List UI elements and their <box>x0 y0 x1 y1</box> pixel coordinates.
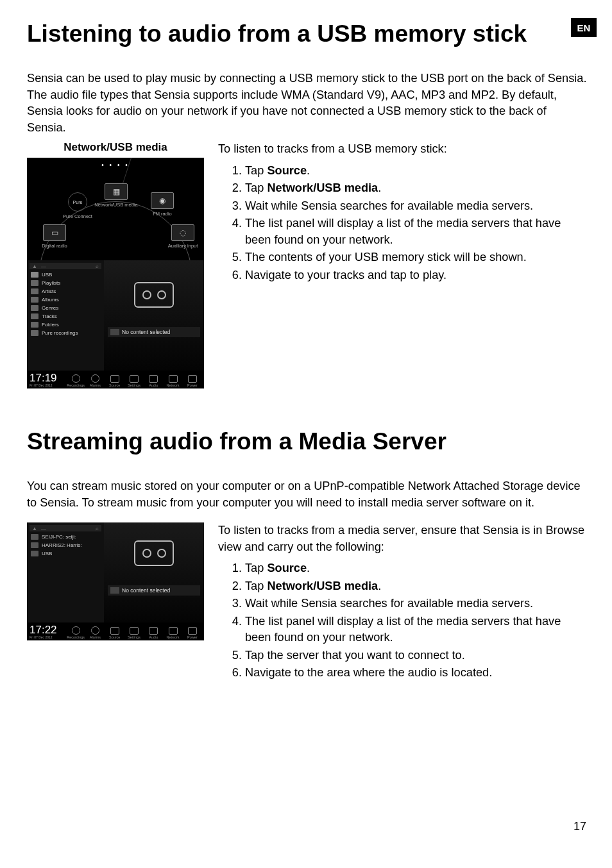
sb-audio: Audio <box>144 627 162 639</box>
sb-settings: Settings <box>125 375 143 387</box>
sb-recordings: Recordings <box>67 626 85 639</box>
source-digital-radio: ▭ Digital radio <box>32 224 77 249</box>
sb-source: Source <box>106 627 124 639</box>
sb-network: Network <box>164 375 182 387</box>
list-item: Folders <box>30 321 101 329</box>
status-bar: 17:19 Fri 07 Dec 2012 Recordings Alarms … <box>27 371 204 388</box>
intro-usb: Sensia can be used to play music by conn… <box>27 71 588 136</box>
list-item: HARRIS2: Harris: <box>30 541 101 549</box>
section-media-server: Streaming audio from a Media Server You … <box>27 427 588 683</box>
intro-media-server: You can stream music stored on your comp… <box>27 478 588 511</box>
sb-audio: Audio <box>144 375 162 387</box>
date: Fri 07 Dec 2012 <box>30 383 53 387</box>
status-bar: 17:22 Fri 07 Dec 2012 Recordings Alarms … <box>27 622 204 640</box>
list-item: Pure recordings <box>30 329 101 337</box>
list-item: SEIJI-PC: seiji: <box>30 533 101 541</box>
step: Tap Source. <box>245 163 588 179</box>
lead-media-server: To listen to tracks from a media server,… <box>218 522 588 555</box>
clock: 17:22 <box>30 624 63 635</box>
list-item: Artists <box>30 287 101 296</box>
cassette-icon <box>134 282 174 308</box>
source-aux-input: ◌ Auxiliary input <box>160 224 204 249</box>
step: The list panel will display a list of th… <box>245 613 588 646</box>
step: Tap Source. <box>245 560 588 576</box>
list-item: Albums <box>30 296 101 304</box>
sb-settings: Settings <box>125 627 143 639</box>
step: Tap Network/USB media. <box>245 578 588 594</box>
source-network-usb: ▦ Network/USB media <box>94 183 139 208</box>
cassette-icon <box>134 540 174 566</box>
list-item: Playlists <box>30 279 101 287</box>
step: Navigate to your tracks and tap to play. <box>245 267 588 283</box>
step: Navigate to the area where the audio is … <box>245 665 588 681</box>
source-radial-menu: • • • • Pure Pure Connect ▦ Network/USB … <box>27 158 204 260</box>
dots-icon: • • • • <box>101 162 129 169</box>
heading-media-server: Streaming audio from a Media Server <box>27 427 540 456</box>
list-item: USB <box>30 549 101 558</box>
sb-recordings: Recordings <box>67 374 85 387</box>
step: The contents of your USB memory stick wi… <box>245 249 588 265</box>
step: Wait while Sensia searches for available… <box>245 596 588 612</box>
heading-usb: Listening to audio from a USB memory sti… <box>27 19 540 49</box>
sb-alarms: Alarms <box>86 374 104 387</box>
list-item: Tracks <box>30 312 101 321</box>
steps-usb: Tap Source. Tap Network/USB media. Wait … <box>218 163 588 283</box>
language-badge: EN <box>571 18 597 37</box>
sb-power: Power <box>183 375 201 387</box>
clock: 17:19 <box>30 372 63 383</box>
page-number: 17 <box>574 820 586 833</box>
section-usb-audio: Listening to audio from a USB memory sti… <box>27 19 588 388</box>
no-content-banner: No content selected <box>108 327 200 337</box>
source-fm-radio: ◉ FM radio <box>140 192 185 217</box>
media-browser-usb: ▲—⌕ USB Playlists Artists Albums Genres … <box>27 260 204 388</box>
sb-power: Power <box>183 627 201 639</box>
step: Wait while Sensia searches for available… <box>245 198 588 214</box>
sb-source: Source <box>106 375 124 387</box>
step: Tap Network/USB media. <box>245 180 588 196</box>
list-item: USB <box>30 271 101 279</box>
step: Tap the server that you want to connect … <box>245 647 588 664</box>
date: Fri 07 Dec 2012 <box>30 635 53 639</box>
screenshot-source-and-browser: • • • • Pure Pure Connect ▦ Network/USB … <box>27 158 204 388</box>
sb-network: Network <box>164 627 182 639</box>
step: The list panel will display a list of th… <box>245 215 588 248</box>
figure-caption-usb: Network/USB media <box>27 141 204 154</box>
no-content-banner: No content selected <box>108 585 200 596</box>
screenshot-media-server-browser: ▲—⌕ SEIJI-PC: seiji: HARRIS2: Harris: US… <box>27 522 204 640</box>
browser-sidebar: ▲—⌕ USB Playlists Artists Albums Genres … <box>27 260 104 388</box>
steps-media-server: Tap Source. Tap Network/USB media. Wait … <box>218 560 588 681</box>
sb-alarms: Alarms <box>86 626 104 639</box>
list-item: Genres <box>30 304 101 312</box>
lead-usb: To listen to tracks from a USB memory st… <box>218 141 588 157</box>
